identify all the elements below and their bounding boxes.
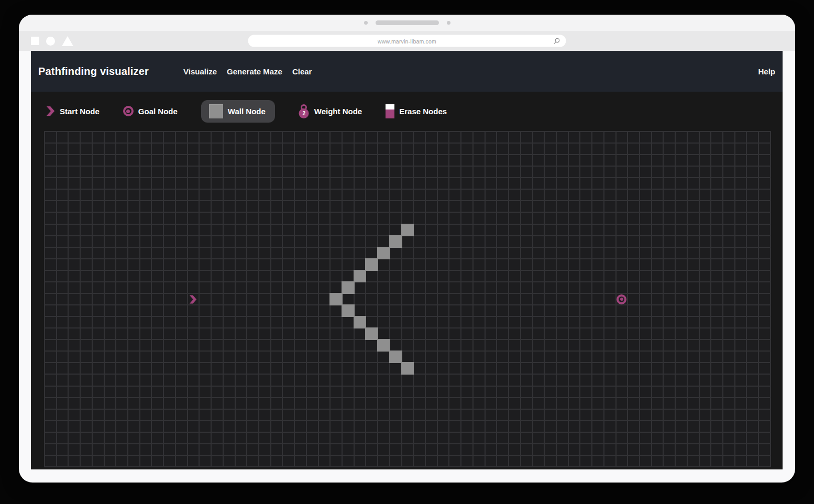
nav-generate-maze[interactable]: Generate Maze	[227, 67, 282, 76]
tool-label: Wall Node	[228, 107, 266, 116]
page-title: Pathfinding visualizer	[38, 65, 149, 78]
wall-node[interactable]	[377, 339, 390, 352]
eraser-icon	[386, 104, 394, 118]
goal-bullseye-icon	[123, 106, 134, 116]
address-bar[interactable]: www.marvin-libam.com	[248, 35, 566, 47]
tool-label: Weight Node	[314, 107, 362, 116]
wall-node[interactable]	[342, 281, 355, 294]
window-control-triangle-icon[interactable]	[62, 36, 73, 46]
app-header: Pathfinding visualizer Visualize Generat…	[31, 51, 783, 92]
tool-goal-node[interactable]: Goal Node	[123, 106, 178, 116]
tool-label: Start Node	[60, 107, 100, 116]
address-url: www.marvin-libam.com	[378, 38, 436, 44]
nav-clear[interactable]: Clear	[292, 67, 312, 76]
tool-label: Goal Node	[138, 107, 178, 116]
wall-node[interactable]	[401, 224, 414, 236]
tool-erase-nodes[interactable]: Erase Nodes	[386, 104, 447, 118]
tool-wall-node[interactable]: Wall Node	[201, 100, 275, 123]
wall-node[interactable]	[389, 350, 402, 363]
browser-toolbar: www.marvin-libam.com	[19, 31, 795, 51]
titlebar-dot-right-icon	[447, 21, 450, 25]
desktop-background: www.marvin-libam.com Pathfinding visuali…	[0, 0, 814, 504]
wall-node[interactable]	[365, 258, 378, 271]
grid-canvas[interactable]	[44, 131, 771, 467]
wall-node[interactable]	[401, 362, 414, 375]
weight-icon: 2	[299, 104, 310, 118]
goal-node[interactable]	[615, 293, 629, 305]
app-content: Pathfinding visualizer Visualize Generat…	[31, 51, 783, 469]
main-nav: Visualize Generate Maze Clear	[183, 67, 312, 76]
tool-weight-node[interactable]: 2 Weight Node	[299, 104, 362, 118]
titlebar-dot-left-icon	[364, 21, 368, 25]
search-icon	[554, 38, 560, 45]
wall-node[interactable]	[354, 270, 367, 282]
weight-badge: 2	[299, 108, 309, 118]
window-control-circle-icon[interactable]	[46, 37, 55, 46]
window-control-square-icon[interactable]	[31, 37, 39, 45]
goal-bullseye-icon	[617, 294, 626, 304]
tool-start-node[interactable]: Start Node	[46, 106, 100, 116]
tool-label: Erase Nodes	[399, 107, 447, 116]
wall-node[interactable]	[377, 247, 390, 259]
nav-visualize[interactable]: Visualize	[183, 67, 217, 76]
node-type-toolbar: Start Node Goal Node Wall Node 2 Weight …	[31, 92, 783, 130]
wall-node[interactable]	[342, 304, 355, 317]
titlebar-tab-pill	[376, 20, 439, 25]
nav-help[interactable]: Help	[758, 67, 775, 76]
browser-window: www.marvin-libam.com Pathfinding visuali…	[19, 15, 795, 483]
start-chevron-icon	[189, 295, 197, 304]
start-node[interactable]	[187, 293, 200, 305]
wall-node[interactable]	[354, 316, 367, 328]
wall-node[interactable]	[365, 327, 378, 340]
wall-node[interactable]	[329, 293, 343, 305]
grid-area	[31, 130, 783, 467]
start-chevron-icon	[46, 106, 55, 116]
wall-node[interactable]	[389, 235, 402, 248]
browser-titlebar	[19, 15, 795, 31]
window-controls	[19, 36, 73, 46]
wall-square-icon	[209, 104, 223, 118]
